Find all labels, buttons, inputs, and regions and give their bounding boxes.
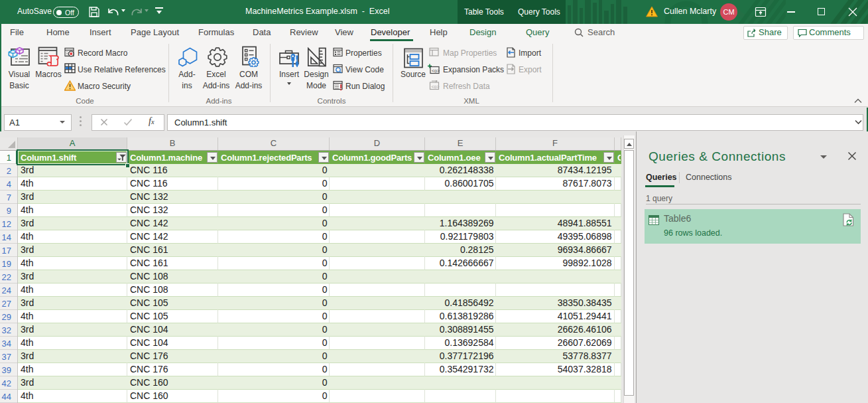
svg-text:<o>: <o> xyxy=(432,84,440,89)
svg-text:<o>: <o> xyxy=(432,68,440,73)
